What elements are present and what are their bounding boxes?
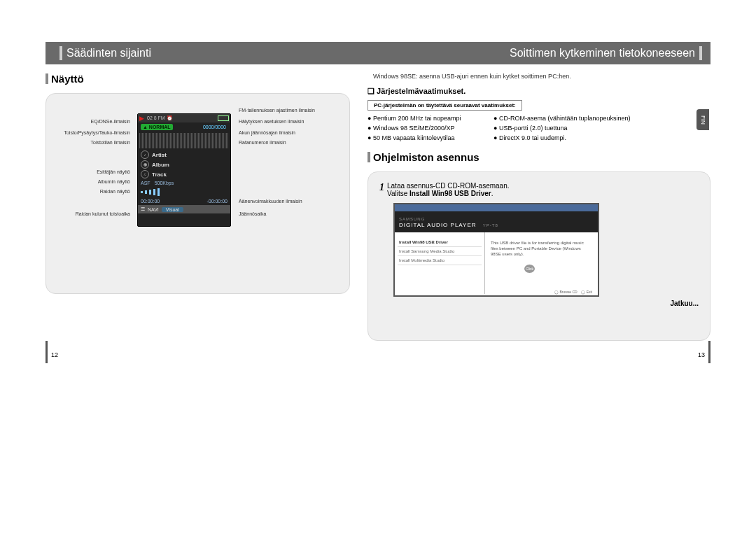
- right-page-title: Soittimen kytkeminen tietokoneeseen: [510, 47, 695, 59]
- display-diagram-panel: ▶ 02 8 FM ⏰ ▲ NORMAL 0000/0000 ♪Artist ◉…: [46, 93, 350, 294]
- installer-sub: YP-T8: [483, 223, 498, 227]
- left-page-title: Säädinten sijainti: [66, 47, 151, 59]
- installer-header: SAMSUNG DIGITAL AUDIO PLAYER YP-T8: [395, 211, 598, 232]
- win98-note: Windows 98SE: asenna USB-ajuri ennen kui…: [368, 73, 710, 80]
- step-text-pre: Valitse: [387, 190, 410, 197]
- remaining-time: -00:00:00: [206, 199, 227, 204]
- header-accent-icon: [59, 46, 62, 60]
- eq-mode: ▲ NORMAL: [141, 124, 173, 130]
- person-icon: ♪: [141, 150, 149, 159]
- step-1: 1 Lataa asennus-CD CD-ROM-asemaan. Valit…: [379, 182, 699, 197]
- section-heading-display: Näyttö: [46, 73, 350, 85]
- label-elapsed: Raidan kulunut toistoaika: [46, 211, 130, 216]
- installer-exit-label: Exit: [587, 290, 592, 294]
- waveform-area: [139, 133, 229, 148]
- page-number-left: 12: [51, 351, 58, 358]
- label-volume: Äänenvoimakkuuden ilmaisin: [239, 199, 302, 204]
- heading-accent-icon: [46, 73, 48, 84]
- language-tab: FIN: [696, 109, 709, 130]
- section-heading-software: Ohjelmiston asennus: [368, 151, 710, 163]
- label-track: Raidan näyttö: [60, 189, 130, 194]
- header-accent-icon: [699, 46, 702, 60]
- track-row: Track: [152, 171, 167, 178]
- label-alarm: Hälytyksen asetuksen ilmaisin: [239, 119, 304, 124]
- left-column: Näyttö ▶ 02 8 FM ⏰ ▲ NORMAL 0000/0000: [46, 64, 350, 341]
- installer-brand: SAMSUNG: [399, 217, 425, 221]
- track-counter: 0000/0000: [203, 125, 229, 129]
- disc-icon: ◉: [141, 160, 149, 169]
- top-indicators: 02 8 FM ⏰: [147, 115, 215, 121]
- artist-row: Artist: [152, 152, 167, 158]
- page-number-right: 13: [698, 351, 705, 358]
- sysreq-list: Pentium 200 MHz tai nopeampi CD-ROM-asem…: [368, 115, 710, 141]
- installer-title: DIGITAL AUDIO PLAYER: [399, 222, 477, 228]
- page-gutter-icon: [708, 341, 710, 363]
- step-text: Lataa asennus-CD CD-ROM-asemaan.: [387, 182, 510, 190]
- req-item: Pentium 200 MHz tai nopeampi: [368, 115, 493, 122]
- sysreq-heading: Järjestelmävaatimukset.: [368, 87, 710, 96]
- software-install-panel: 1 Lataa asennus-CD CD-ROM-asemaan. Valit…: [368, 171, 710, 341]
- installer-exit: ◯: [581, 290, 586, 294]
- req-item: USB-portti (2.0) tuettuna: [493, 125, 640, 132]
- header-right: Soittimen kytkeminen tietokoneeseen: [364, 46, 710, 60]
- req-item: DirectX 9.0 tai uudempi.: [493, 134, 640, 141]
- step-number: 1: [379, 182, 384, 197]
- format-label: ASF: [141, 181, 150, 185]
- metadata-rows: ♪Artist ◉Album ♫Track: [138, 150, 230, 179]
- continued-label: Jatkuu...: [379, 300, 699, 307]
- play-icon: ▶: [139, 115, 144, 122]
- battery-icon: [218, 115, 229, 121]
- volume-bars: [138, 187, 230, 197]
- visual-label: Visual: [162, 207, 183, 212]
- page-gutter-icon: [46, 341, 48, 363]
- section-heading-text: Ohjelmiston asennus: [373, 151, 479, 163]
- installer-titlebar: [395, 204, 598, 211]
- header-left: Säädinten sijainti: [46, 46, 364, 60]
- click-callout-icon: Click: [524, 265, 535, 273]
- section-heading-text: Näyttö: [51, 73, 84, 85]
- right-column: Windows 98SE: asenna USB-ajuri ennen kui…: [350, 64, 710, 341]
- device-screen-mock: ▶ 02 8 FM ⏰ ▲ NORMAL 0000/0000 ♪Artist ◉…: [137, 113, 231, 227]
- step-text-post: .: [491, 190, 493, 197]
- installer-menu-item: Install Multimedia Studio: [398, 256, 482, 265]
- label-tracknum: Ratanumeron ilmaisin: [239, 140, 286, 145]
- sysreq-box: PC-järjestelmän on täytettävä seuraavat …: [368, 100, 522, 111]
- header-bar: Säädinten sijainti Soittimen kytkeminen …: [46, 42, 710, 64]
- label-play: Toisto/Pysäytys/Tauko-ilmaisin: [46, 130, 130, 135]
- navi-label: NAVI: [148, 207, 159, 212]
- label-artist: Esittäjän näyttö: [60, 169, 130, 174]
- installer-menu-item: Install Samsung Media Studio: [398, 247, 482, 256]
- label-repeat: Toistotilan ilmaisin: [60, 140, 130, 145]
- label-fm: FM-tallennuksen ajastimen ilmaisin: [239, 108, 315, 113]
- label-remain: Jäännösaika: [239, 211, 266, 216]
- note-icon: ♫: [141, 170, 149, 178]
- label-battery: Akun jäännösajan ilmaisin: [239, 130, 295, 135]
- installer-menu-item: Install Win98 USB Driver: [398, 238, 482, 247]
- installer-description: This USB driver file is for transferring…: [485, 232, 598, 294]
- album-row: Album: [152, 162, 169, 168]
- installer-screenshot: SAMSUNG DIGITAL AUDIO PLAYER YP-T8 Insta…: [393, 203, 599, 297]
- label-eq: EQ/DNSe-ilmaisin: [60, 119, 130, 124]
- req-item: Windows 98 SE/ME/2000/XP: [368, 125, 493, 132]
- installer-menu: Install Win98 USB Driver Install Samsung…: [395, 232, 485, 294]
- installer-browse-label: Browse CD: [559, 290, 577, 294]
- step-text-bold: Install Win98 USB Driver: [410, 190, 491, 197]
- req-item: CD-ROM-asema (vähintään tuplanopeuksinen…: [493, 115, 640, 122]
- heading-accent-icon: [368, 152, 370, 162]
- bitrate-label: 500Kbps: [155, 181, 174, 185]
- label-album: Albumin näyttö: [60, 179, 130, 184]
- elapsed-time: 00:00:00: [141, 199, 160, 204]
- req-item: 50 MB vapaata kiintolevytilaa: [368, 134, 493, 141]
